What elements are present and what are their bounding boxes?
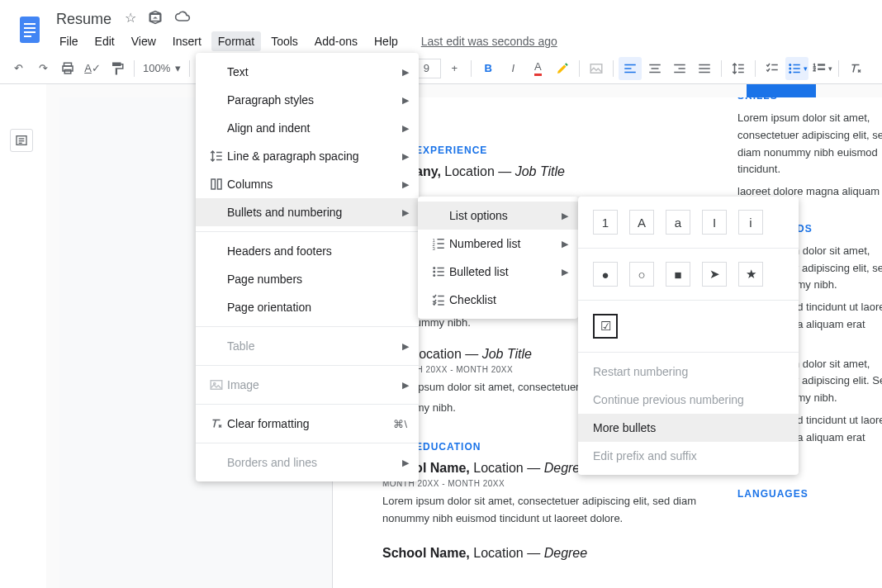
menu-item-text[interactable]: Text▶: [196, 58, 419, 86]
menu-item-label: Table: [227, 339, 386, 353]
submenu-arrow-icon: ▶: [562, 267, 568, 277]
bullet-style-★[interactable]: ★: [738, 262, 763, 287]
submenu-item-checklist[interactable]: Checklist: [418, 286, 578, 314]
clear-formatting-button[interactable]: [844, 57, 867, 80]
insert-image-button[interactable]: [585, 57, 608, 80]
menu-item-headers-and-footers[interactable]: Headers and footers: [196, 237, 419, 265]
number-style-I[interactable]: I: [702, 210, 727, 235]
spellcheck-button[interactable]: A✓: [81, 57, 104, 80]
menu-addons[interactable]: Add-ons: [308, 31, 364, 51]
submenu-item-numbered-list[interactable]: 123Numbered list▶: [418, 230, 578, 258]
menu-insert[interactable]: Insert: [166, 31, 208, 51]
menu-item-line-paragraph-spacing[interactable]: Line & paragraph spacing▶: [196, 142, 419, 170]
last-edit-link[interactable]: Last edit was seconds ago: [421, 35, 557, 48]
redo-button[interactable]: ↷: [31, 57, 55, 80]
menu-item-columns[interactable]: Columns▶: [196, 170, 419, 198]
clear-format-icon: [206, 416, 227, 431]
bullet-style-➤[interactable]: ➤: [702, 262, 727, 287]
vertical-ruler: [46, 97, 59, 588]
menu-item-label: Bulleted list: [449, 265, 545, 278]
outline-button[interactable]: [10, 129, 33, 152]
menu-item-clear-formatting[interactable]: Clear formatting⌘\: [196, 410, 419, 438]
star-icon[interactable]: ☆: [125, 10, 136, 28]
menu-item-label: Bullets and numbering: [227, 206, 386, 219]
menu-item-paragraph-styles[interactable]: Paragraph styles▶: [196, 86, 419, 114]
line-spacing-icon: [206, 149, 227, 164]
number-style-i[interactable]: i: [738, 210, 763, 235]
submenu-arrow-icon: ▶: [562, 239, 568, 249]
align-left-button[interactable]: [619, 57, 642, 80]
bullist-icon: [428, 264, 449, 279]
menu-edit[interactable]: Edit: [88, 31, 121, 51]
menu-item-label: Headers and footers: [227, 244, 386, 258]
submenu-arrow-icon: ▶: [402, 380, 409, 391]
menu-item-label: More bullets: [593, 421, 766, 434]
text-color-button[interactable]: A: [526, 57, 549, 80]
tab-marker-icon[interactable]: ▾14: [798, 84, 810, 92]
bullet-style-checkbox[interactable]: ☑: [593, 314, 618, 339]
submenu-item-list-options[interactable]: List options▶: [418, 202, 578, 230]
job-title: Job Title: [515, 164, 565, 178]
horizontal-ruler: ▾14: [0, 84, 882, 97]
submenu-arrow-icon: ▶: [402, 458, 409, 468]
bullet-style-○[interactable]: ○: [629, 262, 654, 287]
menu-help[interactable]: Help: [368, 31, 405, 51]
bulleted-list-button[interactable]: ▾: [785, 57, 808, 80]
bullet-style-●[interactable]: ●: [593, 262, 618, 287]
menu-item-label: Restart numbering: [593, 365, 766, 378]
menu-item-label: Continue previous numbering: [593, 393, 766, 406]
doc-title[interactable]: Resume: [53, 9, 115, 30]
move-icon[interactable]: [148, 10, 163, 28]
submenu-arrow-icon: ▶: [402, 341, 409, 352]
submenu-arrow-icon: ▶: [402, 123, 409, 134]
image-icon: [206, 377, 227, 392]
svg-point-53: [433, 267, 435, 269]
number-style-a[interactable]: a: [666, 210, 690, 235]
bold-button[interactable]: B: [477, 57, 500, 80]
menu-item-align-and-indent[interactable]: Align and indent▶: [196, 114, 419, 142]
menu-item-bullets-and-numbering[interactable]: Bullets and numbering▶: [196, 198, 419, 226]
undo-button[interactable]: ↶: [7, 57, 30, 80]
svg-rect-43: [211, 179, 216, 189]
align-justify-button[interactable]: [693, 57, 716, 80]
paint-format-button[interactable]: [106, 57, 129, 80]
svg-rect-51: [438, 243, 444, 244]
menu-file[interactable]: File: [53, 31, 85, 51]
svg-rect-2: [24, 27, 36, 29]
menu-item-label: Page numbers: [227, 273, 386, 286]
list-options-panel: 1AaIi●○■➤★☑Restart numberingContinue pre…: [578, 197, 799, 475]
svg-rect-31: [793, 71, 799, 73]
align-center-button[interactable]: [643, 57, 666, 80]
line-spacing-button[interactable]: [727, 57, 750, 80]
docs-logo-icon[interactable]: [13, 13, 46, 46]
svg-rect-52: [438, 248, 444, 249]
numbered-list-button[interactable]: 12▾: [810, 57, 833, 80]
svg-rect-0: [20, 17, 40, 43]
menu-item-label: List options: [449, 209, 545, 222]
menu-tools[interactable]: Tools: [264, 31, 305, 51]
number-style-1[interactable]: 1: [593, 210, 618, 235]
shortcut-label: ⌘\: [393, 418, 407, 430]
svg-point-27: [789, 67, 791, 69]
menu-item-page-numbers[interactable]: Page numbers: [196, 265, 419, 293]
menu-item-label: Clear formatting: [227, 417, 386, 430]
menu-item-label: Image: [227, 378, 386, 391]
svg-rect-30: [793, 68, 799, 69]
submenu-item-bulleted-list[interactable]: Bulleted list▶: [418, 258, 578, 286]
checklist-button[interactable]: [761, 57, 784, 80]
listopt-item-more-bullets[interactable]: More bullets: [578, 414, 799, 442]
menu-format[interactable]: Format: [211, 31, 261, 51]
highlight-button[interactable]: [551, 57, 574, 80]
font-size-increase-button[interactable]: +: [443, 57, 466, 80]
print-button[interactable]: [56, 57, 79, 80]
align-right-button[interactable]: [668, 57, 691, 80]
bullet-style-■[interactable]: ■: [666, 262, 690, 287]
menu-view[interactable]: View: [125, 31, 163, 51]
svg-rect-34: [818, 64, 824, 65]
italic-button[interactable]: I: [501, 57, 524, 80]
zoom-dropdown[interactable]: 100% ▾: [140, 60, 184, 76]
menu-item-page-orientation[interactable]: Page orientation: [196, 293, 419, 321]
number-style-A[interactable]: A: [629, 210, 654, 235]
cloud-status-icon[interactable]: [174, 10, 191, 28]
svg-rect-56: [438, 268, 444, 269]
